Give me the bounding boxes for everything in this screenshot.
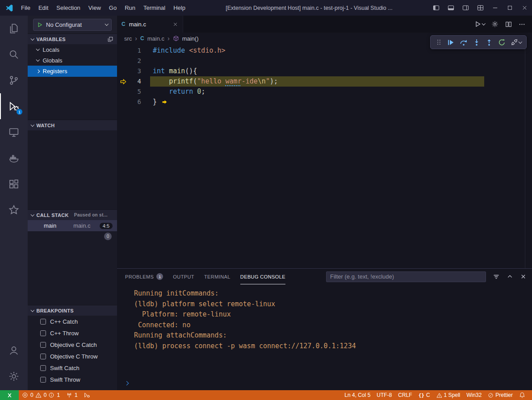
- maximize-button[interactable]: [503, 0, 517, 16]
- remote-indicator[interactable]: [0, 390, 19, 400]
- radio-tower-icon: [66, 392, 72, 398]
- menu-go[interactable]: Go: [105, 0, 121, 16]
- stack-frame-row[interactable]: main main.c 4:5: [28, 220, 117, 231]
- cursor-position[interactable]: Ln 4, Col 5: [341, 392, 373, 398]
- breakpoint-swift-catch[interactable]: Swift Catch: [28, 362, 117, 374]
- problems-status[interactable]: 0 0 1: [19, 390, 63, 400]
- code-line-4[interactable]: 4 printf("hello wamr-ide\n");: [117, 76, 532, 87]
- breakpoint-objective-c-catch[interactable]: Objective C Catch: [28, 339, 117, 350]
- console-prompt-icon[interactable]: [125, 379, 128, 387]
- debug-console-output[interactable]: Running initCommands:(lldb) platform sel…: [117, 284, 532, 390]
- watch-section-header[interactable]: WATCH: [28, 120, 117, 130]
- toggle-sidebar-icon[interactable]: [429, 0, 444, 16]
- variables-item-locals[interactable]: Locals: [28, 44, 117, 55]
- launch-configuration-dropdown[interactable]: No Configurat: [33, 19, 112, 31]
- checkbox-unchecked[interactable]: [40, 365, 46, 371]
- activity-search-icon[interactable]: [0, 42, 28, 67]
- filter-lines-icon[interactable]: [493, 273, 500, 280]
- restart-icon[interactable]: [498, 38, 506, 46]
- variables-section-header[interactable]: VARIABLES: [28, 33, 117, 44]
- play-icon: [474, 21, 482, 28]
- minimize-button[interactable]: [488, 0, 503, 16]
- console-filter-input[interactable]: [326, 271, 486, 282]
- checkbox-unchecked[interactable]: [40, 330, 46, 336]
- continue-icon[interactable]: [447, 38, 455, 46]
- breakpoint-c-catch[interactable]: C++ Catch: [28, 316, 117, 327]
- menu-run[interactable]: Run: [121, 0, 139, 16]
- code-line-2[interactable]: 2: [117, 56, 532, 66]
- checkbox-unchecked[interactable]: [40, 342, 46, 348]
- customize-layout-icon[interactable]: [473, 0, 488, 16]
- menu-view[interactable]: View: [84, 0, 105, 16]
- menu-selection[interactable]: Selection: [52, 0, 84, 16]
- accounts-icon[interactable]: [0, 338, 28, 363]
- breadcrumb-separator: ›: [135, 35, 137, 42]
- activity-star-icon[interactable]: [0, 197, 28, 223]
- code-editor[interactable]: 1#include <stdio.h>23int main(){ 4 print…: [117, 44, 532, 268]
- panel-tab-terminal[interactable]: TERMINAL: [204, 269, 230, 284]
- encoding-indicator[interactable]: UTF-8: [373, 392, 395, 398]
- tab-main-c[interactable]: C main.c: [117, 16, 183, 33]
- formatter-status[interactable]: Prettier: [485, 392, 516, 398]
- menu-file[interactable]: File: [17, 0, 34, 16]
- breakpoint-swift-throw[interactable]: Swift Throw: [28, 374, 117, 385]
- step-into-icon[interactable]: [473, 38, 481, 46]
- editor-gear-icon[interactable]: [491, 21, 498, 28]
- run-file-button[interactable]: [474, 21, 485, 28]
- code-line-3[interactable]: 3int main(){: [117, 66, 532, 76]
- error-count: 0: [30, 392, 34, 398]
- menu-help[interactable]: Help: [169, 0, 189, 16]
- more-actions-icon[interactable]: [519, 21, 525, 28]
- variables-item-registers[interactable]: Registers: [28, 66, 117, 77]
- breadcrumb-file[interactable]: main.c: [147, 35, 164, 42]
- collapse-all-icon[interactable]: [107, 36, 113, 42]
- call-stack-title: CALL STACK: [37, 212, 69, 218]
- debug-toolbar: [430, 35, 527, 49]
- maximize-panel-icon[interactable]: [507, 273, 513, 280]
- breadcrumb-folder[interactable]: src: [124, 35, 132, 42]
- close-panel-icon[interactable]: [520, 273, 527, 280]
- circle-slash-icon: [488, 392, 494, 398]
- line-number: 2: [123, 56, 141, 66]
- eol-indicator[interactable]: CRLF: [395, 392, 415, 398]
- activity-extensions-icon[interactable]: [0, 171, 28, 197]
- activity-remote-explorer-icon[interactable]: [0, 119, 28, 145]
- tab-close-icon[interactable]: [172, 21, 178, 27]
- checkbox-unchecked[interactable]: [40, 319, 46, 325]
- panel-tab-debug-console[interactable]: DEBUG CONSOLE: [240, 269, 285, 284]
- checkbox-unchecked[interactable]: [40, 377, 46, 383]
- breadcrumb-symbol[interactable]: main(): [182, 35, 199, 42]
- panel-tab-problems[interactable]: PROBLEMS 1: [125, 269, 163, 284]
- checkbox-unchecked[interactable]: [40, 354, 46, 359]
- activity-run-debug-icon[interactable]: 1: [0, 93, 28, 119]
- notifications-bell-icon[interactable]: [516, 392, 528, 398]
- panel-tab-output[interactable]: OUTPUT: [173, 269, 194, 284]
- activity-source-control-icon[interactable]: [0, 67, 28, 93]
- activity-explorer-icon[interactable]: [0, 16, 28, 42]
- menu-edit[interactable]: Edit: [34, 0, 52, 16]
- settings-gear-icon[interactable]: [0, 363, 28, 389]
- activity-docker-icon[interactable]: [0, 145, 28, 171]
- toggle-panel-icon[interactable]: [444, 0, 458, 16]
- debug-session-status[interactable]: [81, 390, 93, 400]
- breakpoint-c-throw[interactable]: C++ Throw: [28, 327, 117, 339]
- breakpoint-objective-c-throw[interactable]: Objective C Throw: [28, 350, 117, 362]
- breakpoints-section-header[interactable]: BREAKPOINTS: [28, 305, 117, 316]
- language-mode[interactable]: {} C: [415, 392, 433, 398]
- ports-status[interactable]: 1: [63, 390, 81, 400]
- spell-checker-status[interactable]: 1 Spell: [433, 392, 464, 398]
- toolbar-drag-handle[interactable]: [436, 39, 442, 46]
- split-editor-icon[interactable]: [505, 21, 512, 28]
- toggle-secondary-sidebar-icon[interactable]: [458, 0, 473, 16]
- step-over-icon[interactable]: [460, 38, 468, 46]
- disconnect-icon[interactable]: [511, 38, 522, 46]
- call-stack-section-header[interactable]: CALL STACK Paused on st...: [28, 209, 117, 220]
- tab-label: main.c: [129, 21, 146, 28]
- code-line-5[interactable]: 5 return 0;: [117, 87, 532, 97]
- menu-terminal[interactable]: Terminal: [139, 0, 169, 16]
- start-debug-icon[interactable]: [37, 22, 43, 28]
- variables-item-globals[interactable]: Globals: [28, 55, 117, 66]
- step-out-icon[interactable]: [485, 38, 493, 46]
- platform-target[interactable]: Win32: [463, 392, 485, 398]
- close-button[interactable]: [517, 0, 532, 16]
